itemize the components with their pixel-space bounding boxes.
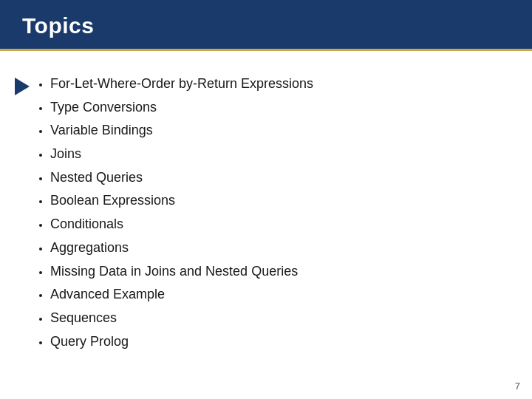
list-item: Boolean Expressions <box>50 190 510 212</box>
list-item: For-Let-Where-Order by-Return Expression… <box>50 73 510 95</box>
right-arrow-icon <box>15 78 30 95</box>
list-item: Sequences <box>50 307 510 330</box>
slide-content: For-Let-Where-Order by-Return Expression… <box>0 51 532 399</box>
slide-title: Topics <box>22 13 94 38</box>
list-item: Joins <box>50 143 510 166</box>
list-item: Type Conversions <box>50 97 510 119</box>
topics-list: For-Let-Where-Order by-Return Expression… <box>35 73 510 377</box>
list-item: Nested Queries <box>50 167 510 189</box>
list-item: Conditionals <box>50 214 510 236</box>
list-item: Aggregations <box>50 237 510 259</box>
page-number: 7 <box>515 381 520 392</box>
arrow-indicator <box>15 73 30 377</box>
list-item: Missing Data in Joins and Nested Queries <box>50 261 510 283</box>
slide-header: Topics <box>0 0 532 51</box>
list-item: Advanced Example <box>50 284 510 306</box>
list-item: Query Prolog <box>50 331 510 353</box>
list-item: Variable Bindings <box>50 120 510 142</box>
slide: Topics For-Let-Where-Order by-Return Exp… <box>0 0 532 399</box>
